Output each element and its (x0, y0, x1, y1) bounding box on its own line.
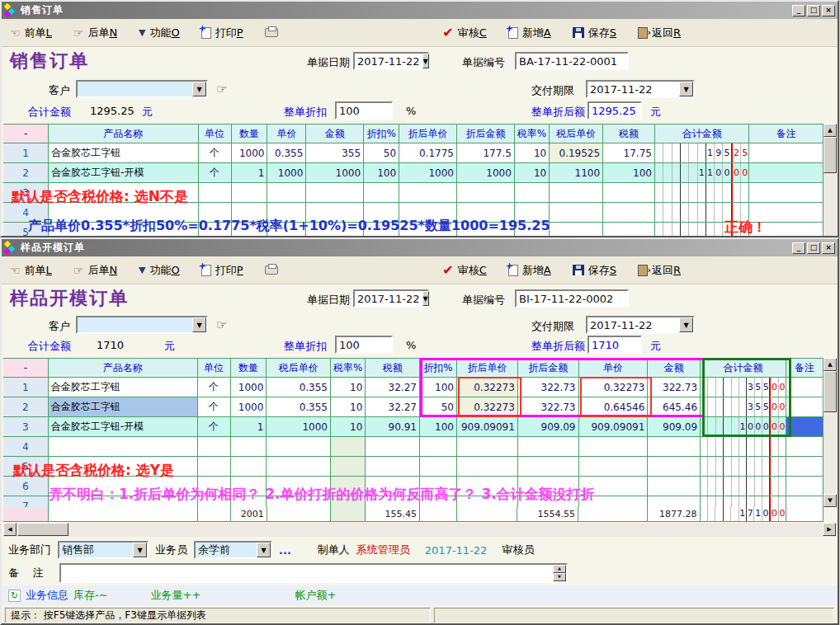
delivery-date-combo[interactable]: 2017-11-22▼ (586, 80, 695, 98)
chevron-down-icon[interactable]: ▼ (422, 291, 429, 306)
remark-spinner[interactable]: ▲▼ (553, 565, 566, 581)
toolbar-button-P[interactable]: 打印P (201, 263, 243, 278)
toolbar-button-O[interactable]: ▼功能O (139, 263, 180, 278)
maximize-button[interactable]: □ (807, 5, 820, 16)
toolbar-button-N[interactable]: ☞后单N (73, 263, 117, 278)
more-button[interactable]: ... (279, 544, 291, 557)
table-row[interactable]: 3合金胶芯工字钮-开模个110001090.91100909.09091909.… (3, 417, 823, 437)
toolbar-button-O[interactable]: ▼功能O (139, 26, 180, 40)
cell (456, 437, 517, 457)
table-row[interactable]: 4 (3, 203, 823, 223)
scrollbar-thumb[interactable] (823, 137, 837, 173)
minimize-button[interactable]: _ (792, 5, 805, 16)
table-vertical-scrollbar[interactable]: ▲ (823, 124, 837, 237)
dept-combo[interactable]: 销售部▼ (58, 541, 149, 559)
toolbar-button-printer[interactable] (265, 28, 278, 37)
toolbar-button-P[interactable]: 打印P (201, 26, 243, 40)
cell: 100 (603, 163, 655, 183)
business-info-link[interactable]: 业务信息 (26, 588, 68, 603)
close-button[interactable]: × (822, 242, 835, 254)
chevron-down-icon[interactable]: ▼ (192, 317, 206, 332)
column-header: - (3, 359, 48, 378)
toolbar-button-S[interactable]: 保存S (573, 26, 616, 40)
table-row[interactable]: 5 (3, 223, 823, 238)
discounted-field[interactable]: 1295.25 (588, 101, 642, 120)
table-row[interactable]: 3 (3, 183, 823, 203)
toolbar-button-A[interactable]: 新增A (508, 263, 551, 278)
amount-grid: 19525 (655, 143, 748, 162)
cell (701, 496, 786, 508)
cell (198, 507, 231, 521)
toolbar-button-S[interactable]: 保存S (573, 263, 616, 278)
close-button[interactable]: × (822, 5, 835, 16)
table-row[interactable]: 2合金胶芯工字钮-开模个1100010001001000100010110010… (3, 163, 823, 183)
table-vertical-scrollbar[interactable]: ▲ ▼ (823, 358, 837, 507)
spin-up-icon[interactable]: ▲ (553, 565, 566, 573)
doc-date-combo[interactable]: 2017-11-22▼ (353, 52, 429, 70)
scrollbar-thumb[interactable] (823, 371, 837, 412)
table-row[interactable]: 2合金胶芯工字钮个10000.3551032.27500.32273322.73… (3, 397, 823, 417)
chevron-down-icon[interactable]: ▼ (133, 543, 147, 557)
table-row[interactable]: 1合金胶芯工字钮个10000.3551032.271000.32273322.7… (3, 378, 823, 397)
scroll-down-icon[interactable]: ▼ (823, 494, 837, 507)
cell: 个 (197, 397, 230, 417)
toolbar: ☜前单L☞后单N▼功能O打印P ✔审核C新增A保存S返回R (2, 256, 838, 284)
scrollbar-thumb[interactable] (17, 523, 68, 536)
toolbar-button-C[interactable]: ✔审核C (442, 25, 486, 40)
remark-input[interactable] (61, 565, 553, 581)
doc-no-field[interactable]: BI-17-11-22-0002 (515, 289, 629, 308)
toolbar-button-A[interactable]: 新增A (508, 26, 551, 40)
minimize-button[interactable]: _ (792, 242, 805, 254)
cell (267, 203, 306, 223)
volume-link[interactable]: 业务量++ (151, 588, 201, 603)
account-link[interactable]: 帐户额+ (295, 588, 336, 603)
chevron-down-icon[interactable]: ▼ (679, 82, 693, 96)
cell: 909.09 (517, 417, 578, 437)
scroll-left-icon[interactable]: ◀ (3, 523, 17, 536)
stock-link[interactable]: 库存-~ (73, 588, 108, 603)
maximize-button[interactable]: □ (807, 242, 820, 254)
column-header: 税率% (330, 359, 365, 378)
chevron-down-icon[interactable]: ▼ (679, 317, 693, 332)
toolbar-button-C[interactable]: ✔审核C (442, 262, 486, 278)
toolbar-button-printer[interactable] (265, 266, 278, 275)
discount-field[interactable]: 100 (335, 101, 393, 120)
titlebar[interactable]: 销售订单 _ □ × (2, 2, 838, 19)
toolbar-button-R[interactable]: 返回R (638, 263, 681, 278)
toolbar-button-L[interactable]: ☜前单L (10, 263, 52, 278)
table-row[interactable]: 6 (3, 477, 823, 496)
cell: 645.46 (648, 397, 701, 417)
salesman-combo[interactable]: 余学前▼ (194, 541, 272, 559)
chevron-down-icon[interactable]: ▼ (257, 543, 271, 557)
doc-date-combo[interactable]: 2017-11-22▼ (353, 289, 429, 308)
toolbar-button-N[interactable]: ☞后单N (73, 26, 117, 40)
scroll-up-icon[interactable]: ▲ (823, 124, 837, 137)
delivery-date-combo[interactable]: 2017-11-22▼ (586, 316, 695, 334)
table-row[interactable]: 1合金胶芯工字钮个10000.355355500.1775177.5100.19… (3, 143, 823, 163)
table-row[interactable]: 5 (3, 457, 823, 477)
discounted-field[interactable]: 1710 (588, 336, 642, 354)
discount-field[interactable]: 100 (335, 336, 393, 354)
doc-no-field[interactable]: BA-17-11-22-0001 (515, 52, 629, 70)
print-doc-icon (201, 265, 211, 276)
chevron-down-icon[interactable]: ▼ (192, 82, 206, 96)
toolbar-button-L[interactable]: ☜前单L (10, 26, 52, 40)
finger-icon[interactable]: ☞ (216, 82, 227, 96)
table-horizontal-scrollbar[interactable]: ◀ ▶ (3, 523, 836, 537)
spin-down-icon[interactable]: ▼ (553, 573, 566, 581)
customer-combo[interactable]: ▼ (76, 80, 208, 98)
cell (231, 183, 267, 203)
titlebar[interactable]: 样品开模订单 _ □ × (2, 239, 838, 256)
table-row[interactable]: 7 (3, 496, 823, 508)
chevron-down-icon[interactable]: ▼ (422, 54, 429, 68)
customer-combo[interactable]: ▼ (76, 316, 208, 334)
table-row[interactable]: 4 (3, 437, 823, 457)
toolbar-button-R[interactable]: 返回R (638, 26, 681, 40)
scroll-right-icon[interactable]: ▶ (823, 523, 836, 536)
refresh-icon[interactable]: ↻ (8, 590, 21, 602)
cell: 4 (3, 203, 49, 223)
finger-icon[interactable]: ☞ (216, 317, 227, 332)
table-row[interactable]: 2001155.451554.551877.28171000 (3, 507, 823, 521)
scroll-up-icon[interactable]: ▲ (823, 358, 837, 371)
column-header: 税额 (603, 125, 655, 143)
